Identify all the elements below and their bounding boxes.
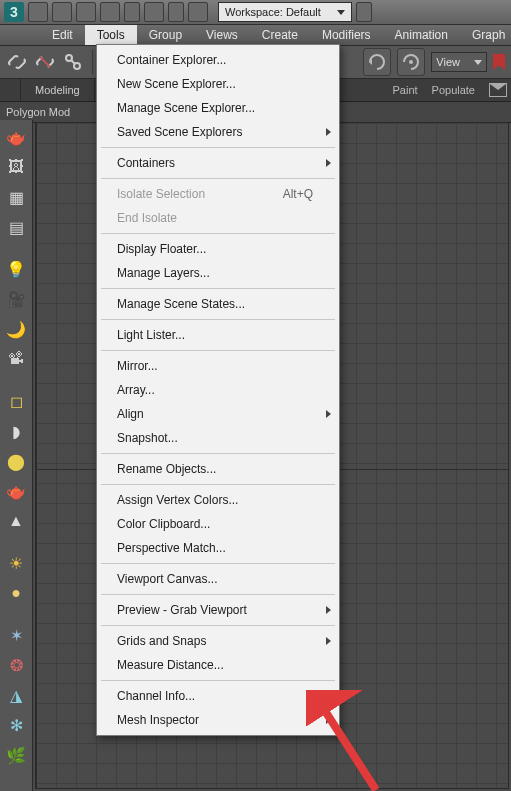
- svg-line-3: [71, 60, 75, 64]
- pyramid-icon[interactable]: ◮: [5, 684, 27, 706]
- ribbon-tab-modeling[interactable]: Modeling: [20, 79, 95, 101]
- grass-icon[interactable]: 🌿: [5, 744, 27, 766]
- square-icon[interactable]: ◻: [5, 390, 27, 412]
- unlink-icon[interactable]: [34, 51, 56, 73]
- menu-item-manage-layers[interactable]: Manage Layers...: [97, 261, 339, 285]
- menu-item-measure-distance[interactable]: Measure Distance...: [97, 653, 339, 677]
- undo-button[interactable]: [100, 2, 120, 22]
- menu-item-label: Align: [117, 407, 144, 421]
- menu-views[interactable]: Views: [194, 25, 250, 45]
- bind-icon[interactable]: [62, 51, 84, 73]
- view-dropdown[interactable]: View: [431, 52, 487, 72]
- menu-item-light-lister[interactable]: Light Lister...: [97, 323, 339, 347]
- ribbon-tab-populate[interactable]: Populate: [432, 84, 475, 96]
- menu-item-manage-scene-states[interactable]: Manage Scene States...: [97, 292, 339, 316]
- select-link-icon[interactable]: [6, 51, 28, 73]
- menu-separator: [101, 594, 335, 595]
- menu-item-saved-scene-explorers[interactable]: Saved Scene Explorers: [97, 120, 339, 144]
- app-icon[interactable]: 3: [4, 2, 24, 22]
- menu-item-channel-info[interactable]: Channel Info...: [97, 684, 339, 708]
- menu-item-label: Container Explorer...: [117, 53, 226, 67]
- menu-item-label: Perspective Match...: [117, 541, 226, 555]
- toolbar-separator: [92, 50, 93, 74]
- workspace-selector[interactable]: Workspace: Default: [218, 2, 352, 22]
- menu-item-color-clipboard[interactable]: Color Clipboard...: [97, 512, 339, 536]
- menu-separator: [101, 563, 335, 564]
- menu-item-label: New Scene Explorer...: [117, 77, 236, 91]
- menu-tools[interactable]: Tools: [85, 25, 137, 45]
- menu-separator: [101, 178, 335, 179]
- particles-icon[interactable]: ✶: [5, 624, 27, 646]
- menu-item-perspective-match[interactable]: Perspective Match...: [97, 536, 339, 560]
- camera-icon[interactable]: 🎥: [5, 288, 27, 310]
- menu-item-snapshot[interactable]: Snapshot...: [97, 426, 339, 450]
- drop-icon[interactable]: ❂: [5, 654, 27, 676]
- menu-item-label: Viewport Canvas...: [117, 572, 218, 586]
- teapot-icon[interactable]: 🫖: [5, 126, 27, 148]
- open-file-button[interactable]: [52, 2, 72, 22]
- menu-edit[interactable]: Edit: [40, 25, 85, 45]
- menu-modifiers[interactable]: Modifiers: [310, 25, 383, 45]
- sun-icon[interactable]: ☀: [5, 552, 27, 574]
- undo-dropdown[interactable]: [124, 2, 140, 22]
- menu-item-preview-grab-viewport[interactable]: Preview - Grab Viewport: [97, 598, 339, 622]
- orbit-sub-icon[interactable]: [397, 48, 425, 76]
- menu-item-label: Manage Scene Explorer...: [117, 101, 255, 115]
- envelope-icon[interactable]: [489, 83, 507, 97]
- teapot2-icon[interactable]: 🫖: [5, 480, 27, 502]
- save-file-button[interactable]: [76, 2, 96, 22]
- svg-line-0: [40, 57, 50, 67]
- video-icon[interactable]: 📽: [5, 348, 27, 370]
- menu-item-mirror[interactable]: Mirror...: [97, 354, 339, 378]
- menu-separator: [101, 147, 335, 148]
- workspace-extra-dropdown[interactable]: [356, 2, 372, 22]
- grid-icon[interactable]: ▤: [5, 216, 27, 238]
- table-icon[interactable]: ▦: [5, 186, 27, 208]
- svg-point-5: [409, 60, 413, 64]
- image-icon[interactable]: 🖼: [5, 156, 27, 178]
- menu-item-rename-objects[interactable]: Rename Objects...: [97, 457, 339, 481]
- menu-item-label: Preview - Grab Viewport: [117, 603, 247, 617]
- menu-animation[interactable]: Animation: [383, 25, 460, 45]
- menu-item-containers[interactable]: Containers: [97, 151, 339, 175]
- chevron-down-icon: [474, 60, 482, 65]
- menu-group[interactable]: Group: [137, 25, 194, 45]
- cone-icon[interactable]: ▲: [5, 510, 27, 532]
- menu-item-label: Manage Scene States...: [117, 297, 245, 311]
- menu-item-label: Containers: [117, 156, 175, 170]
- menu-create[interactable]: Create: [250, 25, 310, 45]
- menu-item-array[interactable]: Array...: [97, 378, 339, 402]
- redo-dropdown[interactable]: [168, 2, 184, 22]
- menu-item-label: Snapshot...: [117, 431, 178, 445]
- menu-item-align[interactable]: Align: [97, 402, 339, 426]
- sphere-icon[interactable]: ●: [5, 582, 27, 604]
- new-file-button[interactable]: [28, 2, 48, 22]
- menu-separator: [101, 319, 335, 320]
- ribbon-tab-paint[interactable]: Paint: [392, 84, 417, 96]
- gear-icon[interactable]: ✻: [5, 714, 27, 736]
- menu-item-label: Light Lister...: [117, 328, 185, 342]
- bookmark-icon[interactable]: [493, 54, 505, 70]
- light-icon[interactable]: 💡: [5, 258, 27, 280]
- disc-icon[interactable]: ⬤: [5, 450, 27, 472]
- menu-item-viewport-canvas[interactable]: Viewport Canvas...: [97, 567, 339, 591]
- dome-icon[interactable]: ◗: [5, 420, 27, 442]
- link-button[interactable]: [188, 2, 208, 22]
- menu-item-mesh-inspector[interactable]: Mesh Inspector: [97, 708, 339, 732]
- menu-graph[interactable]: Graph: [460, 25, 511, 45]
- menu-item-label: Isolate Selection: [117, 187, 205, 201]
- redo-button[interactable]: [144, 2, 164, 22]
- menu-item-new-scene-explorer[interactable]: New Scene Explorer...: [97, 72, 339, 96]
- menu-item-label: Display Floater...: [117, 242, 206, 256]
- side-toolbar: 🫖 🖼 ▦ ▤ 💡 🎥 🌙 📽 ◻ ◗ ⬤ 🫖 ▲ ☀ ● ✶ ❂ ◮ ✻ 🌿: [0, 120, 33, 791]
- menu-item-assign-vertex-colors[interactable]: Assign Vertex Colors...: [97, 488, 339, 512]
- menu-item-manage-scene-explorer[interactable]: Manage Scene Explorer...: [97, 96, 339, 120]
- moon-icon[interactable]: 🌙: [5, 318, 27, 340]
- menu-item-label: Mesh Inspector: [117, 713, 199, 727]
- menu-item-container-explorer[interactable]: Container Explorer...: [97, 48, 339, 72]
- chevron-down-icon: [337, 10, 345, 15]
- menu-item-label: Measure Distance...: [117, 658, 224, 672]
- orbit-icon[interactable]: [363, 48, 391, 76]
- menu-item-display-floater[interactable]: Display Floater...: [97, 237, 339, 261]
- menu-item-grids-and-snaps[interactable]: Grids and Snaps: [97, 629, 339, 653]
